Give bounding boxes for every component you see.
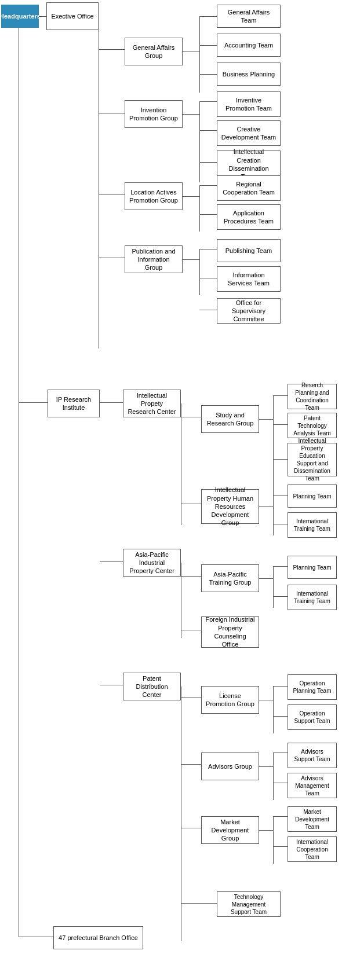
location-actives-group-box: Location Actives Promotion Group (125, 182, 183, 210)
ip-research-center-box: Intellectual Propety Research Center (123, 390, 181, 417)
exec-office-box: Exective Office (46, 2, 99, 30)
international-coop-team-box: International Cooperation Team (288, 836, 337, 862)
publishing-team-box: Publishing Team (217, 239, 281, 262)
inventive-promotion-team-box: Inventive Promotion Team (217, 91, 281, 117)
study-research-group-box: Study and Research Group (201, 405, 259, 433)
general-affairs-group-box: General Affairs Group (125, 38, 183, 65)
advisors-support-team-box: Advisors Support Team (288, 743, 337, 768)
advisors-group-box: Advisors Group (201, 753, 259, 780)
patent-distribution-center-box: Patent Distribution Center (123, 673, 181, 700)
international-training-team-2-box: International Training Team (288, 585, 337, 610)
accounting-team-box: Accounting Team (217, 34, 281, 57)
market-dev-group-box: Market Development Group (201, 816, 259, 844)
planning-team-1-box: Planning Team (288, 485, 337, 508)
general-affairs-team-box: General Affairs Team (217, 5, 281, 28)
creative-dev-team-box: Creative Development Team (217, 120, 281, 146)
tech-mgmt-support-team-box: Technology Management Support Team (217, 891, 281, 917)
market-dev-team-box: Market Development Team (288, 806, 337, 832)
invention-promotion-group-box: Invention Promotion Group (125, 100, 183, 128)
business-planning-box: Business Planning (217, 63, 281, 86)
foreign-ip-counseling-box: Foreign Industrial Property Counseling O… (201, 616, 259, 648)
hq-box: Headquarters (1, 5, 39, 28)
regional-coop-team-box: Regional Cooperation Team (217, 175, 281, 201)
ip-education-team-box: Intellectual Property Education Support … (288, 443, 337, 476)
application-procedures-team-box: Application Procedures Team (217, 204, 281, 230)
planning-team-2-box: Planning Team (288, 556, 337, 579)
information-services-team-box: Information Services Team (217, 266, 281, 292)
international-training-team-1-box: International Training Team (288, 512, 337, 538)
publication-info-group-box: Publication and Information Group (125, 245, 183, 273)
intellectual-creation-team-box: Intellectual Creation Dissemination Team (217, 151, 281, 178)
operation-planning-team-box: Operation Planning Team (288, 674, 337, 700)
hr-dev-group-box: Intellectual Property Human Resources De… (201, 489, 259, 524)
license-promotion-group-box: License Promotion Group (201, 686, 259, 714)
advisors-management-team-box: Advisors Management Team (288, 773, 337, 798)
asia-pacific-training-group-box: Asia-Pacific Training Group (201, 564, 259, 592)
office-supervisory-box: Office for Supervisory Committee (217, 298, 281, 324)
ip-research-institute-box: IP Research Institute (48, 390, 100, 417)
research-planning-team-box: Reserch Planning and Coordination Team (288, 384, 337, 409)
branch-office-box: 47 prefectural Branch Office (53, 926, 143, 949)
asia-pacific-center-box: Asia-Pacific Industrial Property Center (123, 549, 181, 577)
operation-support-team-box: Operation Support Team (288, 704, 337, 730)
patent-technology-team-box: Patent Technology Analysis Team (288, 413, 337, 438)
